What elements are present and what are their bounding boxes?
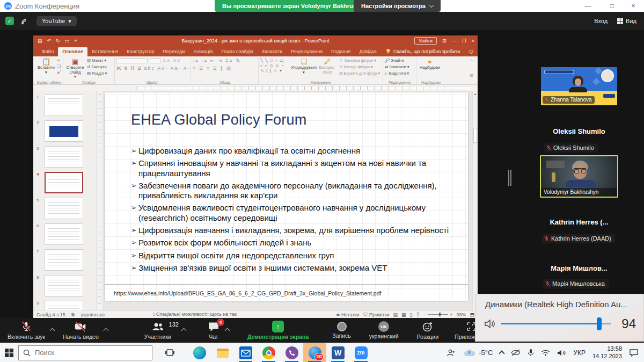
action-center-icon[interactable] — [629, 349, 639, 357]
taskbar-edge[interactable] — [188, 343, 211, 362]
view-reading-icon[interactable]: ▯ — [410, 312, 413, 317]
taskbar-mail[interactable] — [234, 343, 257, 362]
font-size-select[interactable] — [150, 58, 160, 63]
bold-italic-underline-buttons[interactable]: Ж К П S — [116, 66, 142, 71]
mic-tray-icon[interactable] — [528, 349, 534, 357]
slide-thumbnail-3[interactable]: 3 — [36, 146, 94, 168]
accessibility-status[interactable]: ⟟ Спеціальні можливості: щось не так — [153, 312, 237, 317]
tell-me-box[interactable]: 💡 Скажіть, що потрібно зробити — [381, 47, 464, 56]
shape-outline-button[interactable]: ✎Контур фігури ▾ — [339, 64, 380, 69]
chat-options-chevron[interactable] — [224, 328, 230, 333]
sidebar-resize-handle[interactable] — [508, 170, 511, 186]
slide-bullet-list[interactable]: ➢Цифровизація даних про кваліфікації та … — [131, 146, 457, 276]
ppt-minimize-button[interactable]: — — [452, 38, 457, 44]
view-slideshow-icon[interactable]: 𝕋 — [416, 312, 420, 317]
replace-button[interactable]: ⇄Замінити ▾ — [385, 64, 409, 69]
reset-button[interactable]: ↺Скинути — [87, 64, 107, 69]
volume-slider[interactable] — [501, 323, 611, 324]
taskbar-chrome[interactable] — [257, 343, 280, 362]
slide[interactable]: EHEA Global Policy Forum ➢Цифровизація д… — [105, 92, 468, 301]
tab-home[interactable]: Основне — [58, 47, 87, 56]
quick-access-toolbar[interactable]: ▤ ↶ ↻ ▭ + — [38, 38, 77, 44]
slideshow-icon[interactable]: ▭ — [65, 38, 70, 44]
taskbar-active-app[interactable]: 20 — [303, 343, 326, 362]
tab-view[interactable]: Подання — [327, 47, 355, 56]
language-status[interactable]: українська — [81, 312, 105, 317]
ribbon-options-icon[interactable]: ⊡ — [470, 73, 473, 78]
shape-fill-button[interactable]: 🜄Заливка фігури ▾ — [339, 58, 380, 63]
wifi-icon[interactable] — [541, 349, 550, 356]
tab-review[interactable]: Рецензування — [287, 47, 327, 56]
login-button[interactable]: Вход — [594, 18, 608, 24]
slide-thumbnail-7[interactable]: 7 — [36, 249, 94, 271]
taskbar-search[interactable] — [18, 345, 152, 360]
start-video-button[interactable]: Начать видео — [63, 318, 99, 343]
arrange-button[interactable]: ❏ Упорядкувати▾ — [292, 58, 316, 78]
grow-shrink-font-icons[interactable]: A˄ A˅ — [163, 58, 181, 63]
collapse-ribbon-icon[interactable]: ⌃ — [470, 59, 473, 64]
font-name-select[interactable] — [116, 58, 148, 63]
ppt-restore-button[interactable]: ❐ — [462, 38, 466, 44]
view-button[interactable]: Вид — [617, 18, 636, 24]
speaker-icon[interactable] — [484, 318, 496, 329]
minimize-button[interactable]: — — [577, 0, 598, 12]
maximize-button[interactable]: □ — [601, 0, 623, 12]
notes-status-icon[interactable]: 🗎 — [71, 312, 76, 317]
participant-video-volodymyr-active-speaker[interactable]: Volodymyr Bakhrushyn — [540, 155, 618, 198]
paste-button[interactable]: 📋 Вставити▾ — [37, 58, 55, 78]
taskbar-word[interactable]: W — [326, 343, 349, 362]
tab-help[interactable]: Довідка — [355, 47, 380, 56]
notes-toggle[interactable]: ≐ Нотатки — [336, 312, 359, 317]
signin-button[interactable]: Увійти — [414, 37, 437, 45]
layout-button[interactable]: ▥Макет ▾ — [87, 58, 107, 63]
security-shield-icon[interactable]: ✓ — [5, 17, 14, 25]
tab-slideshow[interactable]: Показ слайдів — [217, 47, 258, 56]
undo-icon[interactable]: ↶ — [47, 38, 52, 44]
comments-icon[interactable]: 🗨 — [469, 49, 473, 56]
task-view-button[interactable] — [160, 343, 179, 362]
ppt-close-button[interactable]: × — [472, 38, 474, 44]
ribbon-display-icon[interactable]: ⊞ — [442, 38, 447, 44]
format-painter-icon[interactable]: 🖌 — [57, 70, 61, 75]
taskbar-zoom[interactable]: zm — [349, 343, 372, 362]
participant-video-zhanna[interactable]: Zhanna Talanova — [541, 67, 617, 105]
slide-thumbnail-8[interactable]: 8 — [36, 275, 94, 296]
participants-button[interactable]: 132 Участники — [144, 318, 171, 343]
interpretation-button[interactable]: UK украинский — [369, 318, 399, 343]
people-tray-icon[interactable] — [447, 349, 456, 357]
scroll-up-icon[interactable]: ▲ — [473, 91, 478, 96]
taskbar-viber[interactable] — [280, 343, 303, 362]
slide-thumbnail-5[interactable]: 5 — [36, 198, 94, 219]
close-button[interactable]: × — [623, 0, 644, 12]
slide-thumbnail-6[interactable]: 6 — [36, 223, 94, 245]
comments-toggle[interactable]: 🗨 Примітки — [363, 312, 389, 317]
unmute-button[interactable]: Включить звук — [8, 318, 45, 343]
start-button[interactable] — [0, 343, 18, 362]
customize-qat-icon[interactable]: + — [74, 38, 77, 44]
fit-slide-icon[interactable]: ⬒ — [470, 312, 474, 317]
addins-button[interactable]: ● Надбудови — [418, 58, 442, 78]
tab-file[interactable]: Файл — [38, 47, 58, 56]
search-input[interactable] — [35, 349, 131, 357]
volume-slider-handle[interactable] — [597, 317, 602, 330]
new-slide-button[interactable]: ▣ Створити слайд▾ — [65, 58, 85, 78]
view-sorter-icon[interactable]: ▦ — [401, 312, 406, 317]
video-options-chevron[interactable] — [103, 328, 108, 333]
taskbar-explorer[interactable] — [211, 343, 234, 362]
slide-thumbnail-4-selected[interactable]: 4 — [36, 172, 94, 193]
redo-icon[interactable]: ↻ — [56, 38, 60, 44]
quiet-hours-icon[interactable] — [511, 349, 521, 356]
zoom-percent[interactable]: 93% — [456, 312, 466, 317]
youtube-stream-button[interactable]: YouTube▾ — [36, 16, 77, 26]
mic-options-chevron[interactable] — [50, 328, 55, 333]
select-button[interactable]: ▻Виділити ▾ — [385, 71, 409, 76]
slide-title[interactable]: EHEA Global Policy Forum — [131, 112, 306, 128]
weather-widget[interactable]: ❄ -5°C — [463, 349, 493, 357]
participants-options-chevron[interactable] — [181, 328, 186, 333]
align-icons[interactable]: ≡ ≣ ≡ ≣ ∥ ▥ — [193, 66, 232, 71]
tab-record[interactable]: Записати — [258, 47, 287, 56]
view-settings-button[interactable]: Настройки просмотра — [354, 0, 441, 12]
cut-icon[interactable]: ✂ — [57, 58, 61, 63]
record-button[interactable]: Запись — [332, 318, 350, 343]
view-normal-icon[interactable]: ▤ — [393, 312, 398, 317]
